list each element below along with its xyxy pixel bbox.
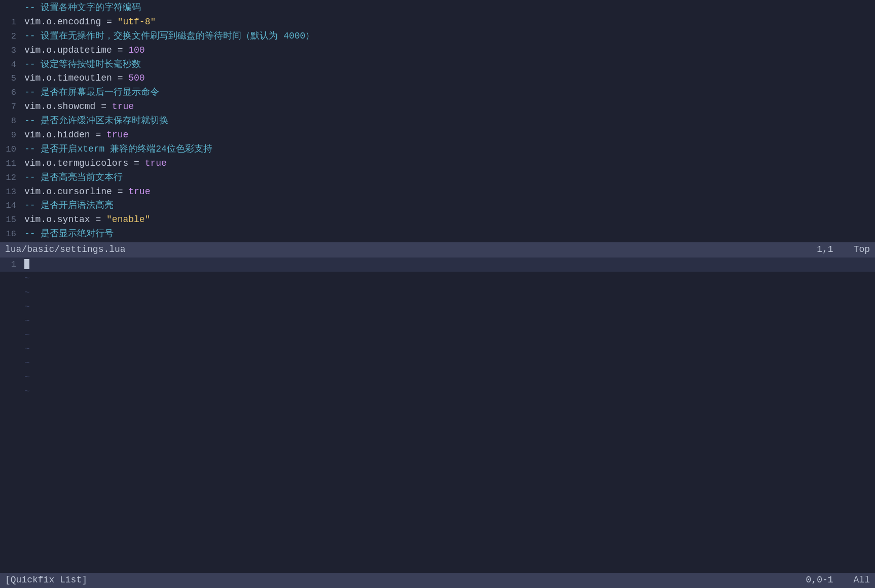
quickfix-scroll: All (854, 573, 870, 587)
top-pane: -- 设置各种文字的字符编码1vim.o.encoding = "utf-8"2… (0, 0, 875, 258)
tilde-line: ~ (0, 328, 875, 343)
equals-text: = (101, 17, 117, 27)
key-text: vim.o.termguicolors (24, 158, 128, 168)
tilde-line: ~ (0, 371, 875, 385)
string-value: "enable" (106, 214, 150, 225)
tilde-char: ~ (24, 371, 30, 385)
cursor-content (24, 258, 871, 272)
equals-text: = (90, 214, 106, 225)
line-content: -- 是否开启xterm 兼容的终端24位色彩支持 (24, 142, 871, 157)
comment-text: -- 设定等待按键时长毫秒数 (24, 59, 141, 69)
key-text: vim.o.syntax (24, 214, 90, 225)
line-content: vim.o.timeoutlen = 500 (24, 71, 871, 86)
line-number: 2 (4, 30, 24, 43)
top-status-filename: lua/basic/settings.lua (5, 243, 817, 257)
tilde-char: ~ (24, 356, 30, 371)
tilde-char: ~ (24, 300, 30, 314)
line-number: 15 (4, 213, 24, 227)
code-line: 13vim.o.cursorline = true (0, 185, 875, 199)
code-line: 11vim.o.termguicolors = true (0, 157, 875, 171)
line-content: -- 是否高亮当前文本行 (24, 171, 871, 185)
key-text: vim.o.timeoutlen (24, 73, 112, 83)
comment-text: -- 是否在屏幕最后一行显示命令 (24, 87, 159, 97)
comment-text: -- 是否开启语法高亮 (24, 200, 114, 210)
line-number: 12 (4, 171, 24, 185)
line-number: 8 (4, 115, 24, 128)
line-content: vim.o.showcmd = true (24, 100, 871, 114)
tilde-line: ~ (0, 356, 875, 371)
tilde-char: ~ (24, 342, 30, 356)
comment-text: -- 是否开启xterm 兼容的终端24位色彩支持 (24, 144, 212, 154)
code-line: 2-- 设置在无操作时，交换文件刷写到磁盘的等待时间（默认为 4000） (0, 29, 875, 44)
equals-text: = (95, 101, 112, 112)
code-line: 1vim.o.encoding = "utf-8" (0, 15, 875, 29)
tilde-line: ~ (0, 314, 875, 328)
equals-text: = (128, 158, 144, 168)
bottom-pane: 1 ~~~~~~~~~ (0, 258, 875, 573)
line-content: -- 设置各种文字的字符编码 (24, 1, 871, 15)
code-line: 16-- 是否显示绝对行号 (0, 227, 875, 241)
tilde-char: ~ (24, 328, 30, 343)
line-content: vim.o.encoding = "utf-8" (24, 15, 871, 29)
cursor-line-num: 1 (4, 258, 24, 271)
line-number: 1 (4, 16, 24, 29)
tilde-char: ~ (24, 286, 30, 300)
code-line: -- 设置各种文字的字符编码 (0, 1, 875, 15)
tilde-line: ~ (0, 385, 875, 399)
code-line: 3vim.o.updatetime = 100 (0, 44, 875, 58)
code-line: 5vim.o.timeoutlen = 500 (0, 71, 875, 86)
quickfix-position: 0,0-1 (806, 573, 833, 587)
line-number: 11 (4, 157, 24, 170)
num-value: 500 (128, 73, 144, 83)
line-content: vim.o.termguicolors = true (24, 157, 871, 171)
line-content: -- 设定等待按键时长毫秒数 (24, 58, 871, 72)
key-text: vim.o.showcmd (24, 101, 95, 112)
num-value: 100 (128, 45, 144, 55)
quickfix-status-bar: [Quickfix List] 0,0-1 All (0, 573, 875, 588)
line-number: 13 (4, 186, 24, 199)
comment-text: -- 是否允许缓冲区未保存时就切换 (24, 116, 168, 126)
line-number: 9 (4, 129, 24, 142)
bool-value: true (128, 187, 150, 197)
key-text: vim.o.hidden (24, 130, 90, 140)
quickfix-name: [Quickfix List] (5, 573, 806, 587)
code-line: 12-- 是否高亮当前文本行 (0, 171, 875, 185)
key-text: vim.o.cursorline (24, 187, 112, 197)
key-text: vim.o.updatetime (24, 45, 112, 55)
code-line: 7vim.o.showcmd = true (0, 100, 875, 114)
cursor-line: 1 (0, 258, 875, 272)
line-content: vim.o.cursorline = true (24, 185, 871, 199)
bool-value: true (106, 130, 128, 140)
line-number: 3 (4, 44, 24, 57)
line-number: 5 (4, 72, 24, 85)
code-line: 6-- 是否在屏幕最后一行显示命令 (0, 86, 875, 100)
bool-value: true (145, 158, 167, 168)
line-number: 10 (4, 143, 24, 156)
tilde-line: ~ (0, 272, 875, 286)
line-content: -- 设置在无操作时，交换文件刷写到磁盘的等待时间（默认为 4000） (24, 29, 871, 44)
comment-text: -- 是否显示绝对行号 (24, 229, 114, 239)
line-number: 16 (4, 228, 24, 241)
tilde-char: ~ (24, 272, 30, 286)
line-content: -- 是否在屏幕最后一行显示命令 (24, 86, 871, 100)
equals-text: = (112, 187, 128, 197)
equals-text: = (112, 73, 128, 83)
tilde-char: ~ (24, 385, 30, 399)
code-line: 8-- 是否允许缓冲区未保存时就切换 (0, 114, 875, 128)
top-status-position: 1,1 (817, 243, 833, 257)
comment-text: -- 设置在无操作时，交换文件刷写到磁盘的等待时间（默认为 4000） (24, 31, 314, 41)
code-area: -- 设置各种文字的字符编码1vim.o.encoding = "utf-8"2… (0, 0, 875, 242)
code-line: 15vim.o.syntax = "enable" (0, 213, 875, 227)
equals-text: = (90, 130, 106, 140)
line-content: vim.o.syntax = "enable" (24, 213, 871, 227)
line-number: 4 (4, 58, 24, 71)
line-content: vim.o.hidden = true (24, 128, 871, 142)
editor-container: -- 设置各种文字的字符编码1vim.o.encoding = "utf-8"2… (0, 0, 875, 588)
line-content: -- 是否显示绝对行号 (24, 227, 871, 241)
top-status-scroll: Top (854, 243, 870, 257)
bool-value: true (112, 101, 134, 112)
tilde-line: ~ (0, 342, 875, 356)
code-line: 10-- 是否开启xterm 兼容的终端24位色彩支持 (0, 142, 875, 157)
string-value: "utf-8" (118, 17, 156, 27)
code-line: 14-- 是否开启语法高亮 (0, 199, 875, 213)
